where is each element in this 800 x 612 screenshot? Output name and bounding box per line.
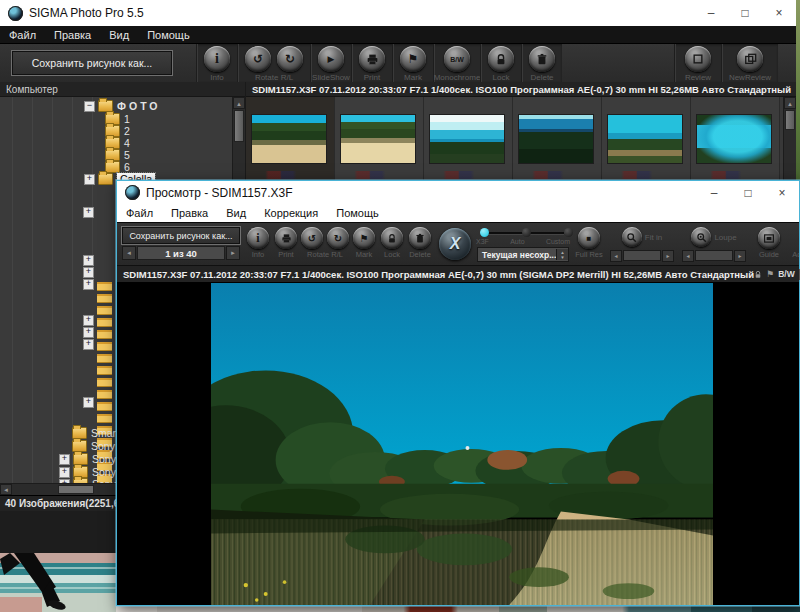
scrollbar-thumb[interactable] (58, 485, 94, 494)
loupe-button[interactable] (691, 227, 711, 247)
tree-item-6[interactable]: 6 (105, 161, 130, 173)
menu-view[interactable]: Вид (217, 206, 255, 220)
slider-right-icon[interactable]: ► (662, 250, 674, 262)
mode-dot-custom[interactable] (564, 228, 573, 237)
info-button[interactable]: i Info (244, 223, 272, 265)
main-menubar: Файл Правка Вид Помощь (0, 26, 796, 44)
expand-icon[interactable]: + (83, 279, 94, 290)
lock-button[interactable]: Lock (378, 223, 406, 265)
menu-help[interactable]: Помощь (138, 28, 199, 42)
scrollbar-thumb[interactable] (234, 110, 244, 142)
info-button[interactable]: i Info (196, 44, 237, 82)
lock-button[interactable]: Lock (480, 44, 521, 82)
slider-track[interactable] (623, 250, 661, 261)
save-picture-as-button[interactable]: Сохранить рисунок как... (12, 51, 172, 75)
expand-icon[interactable]: + (59, 454, 70, 465)
thumbnail-image[interactable] (252, 115, 326, 163)
thumbnail[interactable] (513, 97, 602, 181)
expand-icon[interactable]: + (83, 315, 94, 326)
minimize-button[interactable]: – (694, 7, 728, 19)
delete-button[interactable]: Delete (521, 44, 562, 82)
mark-button[interactable]: ⚑ Mark (350, 223, 378, 265)
prev-image-button[interactable]: ◄ (122, 246, 136, 260)
adjustment-button[interactable]: Adjustment (786, 223, 799, 265)
fit-in-button[interactable] (622, 227, 642, 247)
full-res-button[interactable]: ■ Full Res (572, 223, 606, 265)
rotate-right-icon: ↻ (285, 52, 295, 66)
next-image-button[interactable]: ► (226, 246, 240, 260)
viewer-window-title: Просмотр - SDIM1157.X3F (146, 186, 697, 200)
thumbnail-filename (608, 171, 682, 179)
scrollbar-thumb[interactable] (785, 110, 795, 130)
thumbnail[interactable] (602, 97, 691, 181)
expand-icon[interactable]: + (83, 267, 94, 278)
mode-slider[interactable] (478, 228, 568, 238)
scroll-left-icon[interactable]: ◄ (0, 484, 12, 495)
scroll-up-icon[interactable]: ▲ (784, 97, 796, 109)
print-button[interactable]: Print (272, 223, 300, 265)
rotate-buttons[interactable]: ↺ ↻ Rotate R/L (237, 44, 310, 82)
image-counter: 1 из 40 (137, 246, 225, 260)
slider-left-icon[interactable]: ◄ (682, 250, 694, 262)
delete-button[interactable]: Delete (406, 223, 434, 265)
monochrome-button[interactable]: B/W Monochrome (433, 44, 480, 82)
loupe-control: Loupe ◄ ► (678, 223, 750, 265)
thumbnail-image[interactable] (341, 115, 415, 163)
settings-dropdown[interactable]: Текущая несохр... ▲ ▼ (477, 247, 569, 262)
expand-icon[interactable]: + (83, 339, 94, 350)
collapse-icon[interactable]: − (84, 101, 95, 112)
tree-item-foto[interactable]: − ФОТО (84, 100, 160, 112)
close-button[interactable]: × (762, 7, 796, 19)
x3f-button[interactable]: X (439, 228, 471, 260)
menu-file[interactable]: Файл (0, 28, 45, 42)
fit-in-slider[interactable]: ◄ ► (610, 250, 674, 261)
expand-icon[interactable]: + (59, 467, 70, 478)
expand-icon[interactable]: + (83, 255, 94, 266)
info-icon: i (215, 51, 219, 67)
expand-icon[interactable]: + (83, 397, 94, 408)
maximize-button[interactable]: □ (728, 7, 762, 19)
menu-view[interactable]: Вид (100, 28, 138, 42)
x3f-process-cell: X (436, 223, 474, 265)
menu-edit[interactable]: Правка (162, 206, 217, 220)
x3f-icon: X (450, 235, 461, 253)
main-tool-group: i Info ↺ ↻ Rotate R/L ▶ SlideShow (196, 44, 562, 82)
close-button[interactable]: × (765, 187, 799, 199)
menu-file[interactable]: Файл (117, 206, 162, 220)
rotate-buttons[interactable]: ↺ ↻ Rotate R/L (300, 223, 350, 265)
slider-right-icon[interactable]: ► (734, 250, 746, 262)
thumbnail-selected[interactable] (246, 97, 335, 181)
loupe-slider[interactable]: ◄ ► (682, 250, 746, 261)
expand-icon[interactable]: + (84, 174, 95, 185)
mode-dot-auto[interactable] (522, 228, 531, 237)
photo-sdim1157[interactable] (211, 283, 713, 605)
menu-help[interactable]: Помощь (327, 206, 388, 220)
thumbnail[interactable] (335, 97, 424, 181)
review-button[interactable]: Review (674, 44, 721, 82)
image-canvas-area[interactable] (117, 283, 799, 605)
expand-icon[interactable]: + (83, 327, 94, 338)
save-picture-as-button[interactable]: Сохранить рисунок как... (122, 227, 240, 244)
slider-track[interactable] (695, 250, 733, 261)
expand-icon[interactable]: + (83, 207, 94, 218)
slider-left-icon[interactable]: ◄ (610, 250, 622, 262)
minimize-button[interactable]: – (697, 187, 731, 199)
spinner-icon[interactable]: ▲ ▼ (556, 249, 568, 260)
thumbnail[interactable] (691, 97, 780, 181)
thumbnail[interactable] (424, 97, 513, 181)
slideshow-button[interactable]: ▶ SlideShow (310, 44, 351, 82)
mode-dot-x3f[interactable] (480, 228, 489, 237)
scroll-up-icon[interactable]: ▲ (233, 97, 245, 109)
guide-button[interactable]: Guide (752, 223, 786, 265)
menu-edit[interactable]: Правка (45, 28, 100, 42)
print-button[interactable]: Print (351, 44, 392, 82)
thumbnail-image[interactable] (697, 115, 771, 163)
maximize-button[interactable]: □ (731, 187, 765, 199)
flag-icon: ⚑ (766, 269, 774, 279)
mark-button[interactable]: ⚑ Mark (392, 44, 433, 82)
thumbnail-image[interactable] (519, 115, 593, 163)
new-review-button[interactable]: NewReview (721, 44, 778, 82)
thumbnail-image[interactable] (608, 115, 682, 163)
menu-adjust[interactable]: Коррекция (255, 206, 327, 220)
thumbnail-image[interactable] (430, 115, 504, 163)
